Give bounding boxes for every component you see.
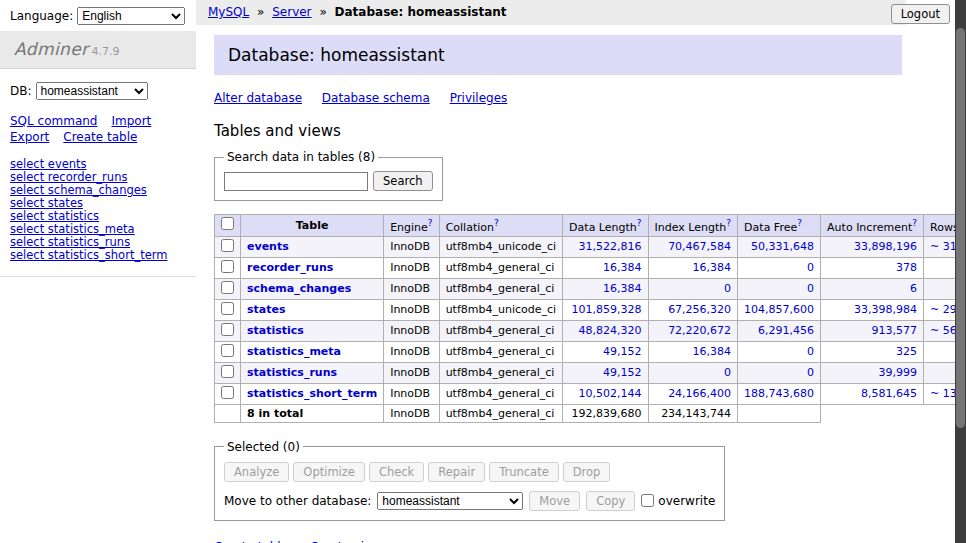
- row-checkbox[interactable]: [221, 323, 234, 336]
- language-row: Language:English: [0, 0, 196, 31]
- index-length-link[interactable]: 72,220,672: [668, 324, 731, 337]
- engine-cell: InnoDB: [384, 320, 439, 341]
- data-free-link[interactable]: 0: [807, 282, 814, 295]
- alter-database-link[interactable]: Alter database: [214, 91, 302, 105]
- data-length-link[interactable]: 48,824,320: [579, 324, 642, 337]
- data-length-link[interactable]: 49,152: [603, 345, 642, 358]
- column-help-link[interactable]: ?: [637, 218, 642, 228]
- create-table-link[interactable]: Create table: [214, 540, 288, 543]
- logout-button[interactable]: Logout: [891, 4, 950, 24]
- row-checkbox[interactable]: [221, 302, 234, 315]
- breadcrumb-driver-link[interactable]: MySQL: [208, 5, 249, 19]
- auto-increment-link[interactable]: 8,581,645: [861, 387, 917, 400]
- data-length-link[interactable]: 101,859,328: [572, 303, 642, 316]
- move-button[interactable]: Move: [529, 491, 580, 511]
- move-database-select[interactable]: homeassistant: [377, 492, 523, 510]
- index-length-link[interactable]: 0: [724, 282, 731, 295]
- row-checkbox[interactable]: [221, 260, 234, 273]
- data-free-link[interactable]: 188,743,680: [744, 387, 814, 400]
- copy-button[interactable]: Copy: [586, 491, 635, 511]
- db-select[interactable]: homeassistant: [36, 82, 148, 100]
- data-free-link[interactable]: 6,291,456: [758, 324, 814, 337]
- create-table-sidebar-link[interactable]: Create table: [63, 130, 137, 144]
- sql-command-link[interactable]: SQL command: [10, 114, 97, 128]
- create-view-link[interactable]: Create view: [310, 540, 381, 543]
- auto-increment-link[interactable]: 39,999: [879, 366, 918, 379]
- overwrite-label[interactable]: overwrite: [658, 494, 715, 508]
- check-all-checkbox[interactable]: [221, 217, 234, 230]
- auto-increment-link[interactable]: 33,398,984: [854, 303, 917, 316]
- column-help-link[interactable]: ?: [494, 218, 499, 228]
- row-checkbox[interactable]: [221, 281, 234, 294]
- table-header-row: Table Engine? Collation? Data Length? In…: [215, 215, 966, 237]
- auto-increment-link[interactable]: 6: [910, 282, 917, 295]
- analyze-button[interactable]: Analyze: [224, 462, 289, 482]
- table-link[interactable]: statistics: [247, 324, 304, 337]
- table-link[interactable]: recorder_runs: [247, 261, 333, 274]
- table-link[interactable]: states: [247, 303, 286, 316]
- breadcrumb-server-link[interactable]: Server: [272, 5, 311, 19]
- optimize-button[interactable]: Optimize: [293, 462, 365, 482]
- row-checkbox[interactable]: [221, 386, 234, 399]
- import-link[interactable]: Import: [111, 114, 151, 128]
- data-free-link[interactable]: 0: [807, 366, 814, 379]
- column-help-link[interactable]: ?: [912, 218, 917, 228]
- data-length-link[interactable]: 16,384: [603, 261, 642, 274]
- engine-cell: InnoDB: [384, 341, 439, 362]
- index-length-link[interactable]: 16,384: [693, 261, 732, 274]
- index-length-link[interactable]: 0: [724, 366, 731, 379]
- data-length-link[interactable]: 31,522,816: [579, 240, 642, 253]
- column-help-link[interactable]: ?: [726, 218, 731, 228]
- table-row: events InnoDB utf8mb4_unicode_ci 31,522,…: [215, 236, 966, 257]
- index-length-link[interactable]: 24,166,400: [668, 387, 731, 400]
- auto-increment-link[interactable]: 913,577: [872, 324, 918, 337]
- row-checkbox[interactable]: [221, 239, 234, 252]
- index-length-link[interactable]: 16,384: [693, 345, 732, 358]
- auto-increment-link[interactable]: 33,898,196: [854, 240, 917, 253]
- data-length-link[interactable]: 49,152: [603, 366, 642, 379]
- row-checkbox[interactable]: [221, 344, 234, 357]
- column-help-link[interactable]: ?: [428, 218, 433, 228]
- create-links-row: Create table Create view: [214, 540, 904, 543]
- table-link[interactable]: schema_changes: [247, 282, 351, 295]
- column-help-link[interactable]: ?: [797, 218, 802, 228]
- search-fieldset: Search data in tables (8) Search: [214, 150, 443, 201]
- data-length-link[interactable]: 10,502,144: [579, 387, 642, 400]
- footer-collation: utf8mb4_general_ci: [439, 404, 562, 422]
- row-checkbox[interactable]: [221, 365, 234, 378]
- app-name-link[interactable]: Adminer: [14, 39, 88, 59]
- data-free-link[interactable]: 0: [807, 261, 814, 274]
- data-free-link[interactable]: 0: [807, 345, 814, 358]
- table-link[interactable]: statistics_runs: [247, 366, 337, 379]
- table-row: statistics_runs InnoDB utf8mb4_general_c…: [215, 362, 966, 383]
- app-header: Adminer4.7.9: [0, 31, 196, 69]
- data-length-link[interactable]: 16,384: [603, 282, 642, 295]
- sidebar-select-statistics-short-term[interactable]: select statistics_short_term: [10, 249, 186, 262]
- privileges-link[interactable]: Privileges: [450, 91, 508, 105]
- footer-data-free-total: [738, 404, 821, 422]
- repair-button[interactable]: Repair: [428, 462, 485, 482]
- column-header-data-free: Data Free?: [738, 215, 821, 237]
- overwrite-checkbox[interactable]: [641, 494, 654, 507]
- vertical-scrollbar[interactable]: [955, 0, 966, 543]
- table-link[interactable]: statistics_short_term: [247, 387, 377, 400]
- table-link[interactable]: statistics_meta: [247, 345, 341, 358]
- export-link[interactable]: Export: [10, 130, 49, 144]
- database-schema-link[interactable]: Database schema: [322, 91, 430, 105]
- check-button[interactable]: Check: [369, 462, 424, 482]
- language-select[interactable]: English: [77, 7, 185, 25]
- column-header-collation: Collation?: [439, 215, 562, 237]
- search-input[interactable]: [224, 172, 368, 191]
- scrollbar-thumb[interactable]: [956, 28, 965, 428]
- auto-increment-link[interactable]: 325: [896, 345, 917, 358]
- data-free-link[interactable]: 104,857,600: [744, 303, 814, 316]
- truncate-button[interactable]: Truncate: [489, 462, 559, 482]
- data-free-link[interactable]: 50,331,648: [751, 240, 814, 253]
- drop-button[interactable]: Drop: [563, 462, 611, 482]
- auto-increment-link[interactable]: 378: [896, 261, 917, 274]
- table-link[interactable]: events: [247, 240, 289, 253]
- search-button[interactable]: Search: [373, 171, 433, 191]
- index-length-link[interactable]: 70,467,584: [668, 240, 731, 253]
- index-length-link[interactable]: 67,256,320: [668, 303, 731, 316]
- app-version: 4.7.9: [91, 45, 119, 58]
